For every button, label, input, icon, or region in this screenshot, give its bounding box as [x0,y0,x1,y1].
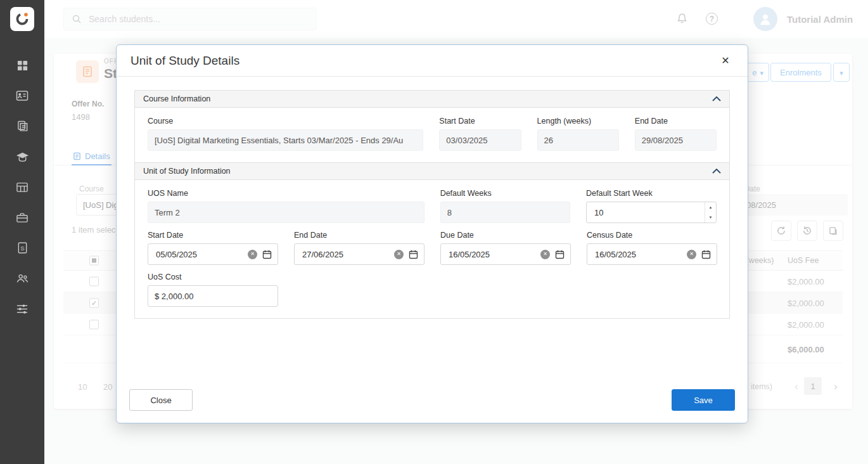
graduation-cap-icon [16,151,29,163]
start-date-label: Start Date [439,117,521,126]
length-weeks-label: Length (weeks) [537,117,619,126]
dashboard-icon [16,60,29,72]
sliders-icon [16,303,29,315]
calendar-icon[interactable] [409,250,418,259]
length-weeks-input[interactable] [537,129,619,151]
uos-name-label: UOS Name [148,189,424,198]
unit-of-study-information-body: UOS Name Default Weeks Default Start Wee… [134,180,730,319]
default-weeks-label: Default Weeks [440,189,570,198]
sidebar-item-settings[interactable] [0,293,44,324]
course-end-date-input[interactable] [635,129,717,151]
default-start-week-label: Default Start Week [586,189,717,198]
course-information-body: Course Start Date Length (weeks) En [134,108,730,163]
id-card-icon [16,89,29,102]
modal-footer: Close Save [129,389,735,411]
section-title: Course Information [143,94,210,103]
chevron-up-icon[interactable] [712,169,721,174]
uos-end-date-field[interactable] [294,243,424,265]
uos-end-date-input[interactable] [301,244,394,264]
sidebar-item-contacts[interactable] [0,263,44,293]
modal-header: Unit of Study Details [117,45,748,77]
sidebar-item-dashboard[interactable] [0,50,44,81]
course-input[interactable] [148,129,423,151]
app-logo[interactable] [10,7,34,31]
due-date-input[interactable] [447,244,540,264]
uos-start-date-input[interactable] [155,244,248,264]
calendar-icon[interactable] [555,250,565,259]
app-logo-icon [14,11,30,27]
briefcase-icon [16,212,29,224]
default-start-week-input[interactable] [593,202,705,222]
default-weeks-input[interactable] [440,202,570,223]
calendar-icon[interactable] [701,250,711,259]
census-date-label: Census Date [587,231,717,240]
clear-icon[interactable] [248,250,257,259]
modal-title: Unit of Study Details [131,54,239,68]
clear-icon[interactable] [540,250,550,259]
table-icon [16,181,29,193]
close-icon[interactable] [717,53,734,69]
app: S [0,0,868,464]
subjects-icon: S [16,242,29,254]
documents-icon [16,120,29,132]
uos-start-date-field[interactable] [148,243,278,265]
unit-of-study-information-section: Unit of Study Information UOS Name Defau… [134,162,730,319]
course-label: Course [148,117,423,126]
save-button[interactable]: Save [672,389,735,411]
sidebar-item-offers[interactable] [0,111,44,141]
svg-text:S: S [20,245,24,252]
people-icon [16,273,29,285]
uos-cost-input[interactable] [148,285,278,307]
close-button[interactable]: Close [129,389,193,411]
sidebar-item-subjects[interactable]: S [0,233,44,263]
uos-name-input[interactable] [148,202,424,223]
clear-icon[interactable] [394,250,404,259]
uos-start-date-label: Start Date [148,231,278,240]
uos-end-date-label: End Date [294,231,424,240]
uos-cost-label: UoS Cost [148,273,278,281]
unit-of-study-information-header[interactable]: Unit of Study Information [134,162,730,180]
census-date-field[interactable] [587,243,717,265]
default-start-week-stepper[interactable] [586,202,717,223]
calendar-icon[interactable] [262,250,272,259]
spinner-down-icon[interactable] [705,212,716,222]
sidebar-item-courses[interactable] [0,141,44,172]
section-title: Unit of Study Information [143,167,231,176]
spinner-up-icon[interactable] [705,202,716,212]
course-information-header[interactable]: Course Information [134,90,730,108]
due-date-label: Due Date [440,231,571,240]
stepper-arrows [705,202,716,222]
sidebar-item-students[interactable] [0,81,44,111]
clear-icon[interactable] [687,250,696,259]
unit-of-study-details-dialog: Unit of Study Details Course Information… [116,44,748,423]
chevron-up-icon[interactable] [712,96,721,101]
sidebar: S [0,0,44,464]
due-date-field[interactable] [440,243,571,265]
sidebar-item-tables[interactable] [0,172,44,202]
end-date-label: End Date [635,117,717,126]
census-date-input[interactable] [594,244,687,264]
modal-body: Course Information Course Start Date [117,77,748,319]
course-start-date-input[interactable] [439,129,521,151]
course-information-section: Course Information Course Start Date [134,90,730,163]
sidebar-item-services[interactable] [0,202,44,233]
